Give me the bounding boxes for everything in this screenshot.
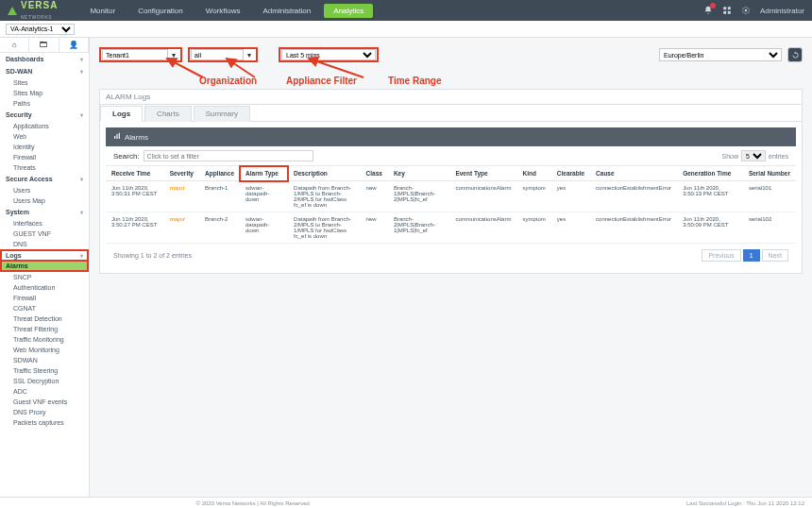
organization-input[interactable]: [102, 49, 168, 60]
sidebar-item-threats[interactable]: Threats: [0, 162, 89, 173]
sidebar-item-guest-vnf[interactable]: GUEST VNF: [0, 229, 89, 239]
sidebar-item-threat-detection[interactable]: Threat Detection: [0, 313, 89, 324]
brand-logo: VERSA NETWORKS: [8, 0, 58, 21]
sidebar-item-sites-map[interactable]: Sites Map: [0, 88, 89, 98]
show-label: Show: [721, 153, 738, 160]
sidebar-item-sncp[interactable]: SNCP: [0, 272, 89, 282]
sidebar-item-users[interactable]: Users: [0, 185, 89, 195]
nav-monitor[interactable]: Monitor: [80, 4, 125, 18]
bar-chart-icon: [113, 132, 121, 142]
sidebar-item-dns-proxy[interactable]: DNS Proxy: [0, 407, 89, 417]
svg-rect-7: [119, 133, 120, 139]
search-row: Search: Show 5 entries: [106, 146, 796, 166]
col-kind[interactable]: Kind: [516, 166, 550, 181]
iconbar-window-icon[interactable]: 🗔: [29, 38, 59, 52]
col-receive-time[interactable]: Receive Time: [106, 166, 164, 181]
nav-administration[interactable]: Administration: [253, 4, 320, 18]
time-range-select[interactable]: Last 5 mins: [281, 49, 376, 60]
gear-icon[interactable]: [741, 6, 751, 15]
time-range-filter[interactable]: Last 5 mins: [279, 47, 379, 62]
analytics-instance-select[interactable]: VA-Analytics-1: [6, 24, 75, 35]
sidebar-item-packets-captures[interactable]: Packets captures: [0, 417, 89, 428]
col-generation-time[interactable]: Generation Time: [677, 166, 743, 181]
tab-charts[interactable]: Charts: [144, 106, 192, 122]
appliance-filter[interactable]: ▾: [188, 47, 258, 62]
grid-icon[interactable]: [722, 6, 732, 15]
page-size-select[interactable]: 5: [741, 150, 766, 161]
sidebar-item-alarms[interactable]: Alarms: [0, 262, 89, 272]
main-area: ▾ ▾ Last 5 mins Europe/Berlin Organizati…: [90, 38, 812, 497]
col-clearable[interactable]: Clearable: [551, 166, 590, 181]
col-event-type[interactable]: Event Type: [449, 166, 516, 181]
col-class[interactable]: Class: [361, 166, 388, 181]
sidebar-item-guest-vnf-events[interactable]: Guest VNF events: [0, 397, 89, 407]
col-severity[interactable]: Severity: [164, 166, 199, 181]
col-cause[interactable]: Cause: [590, 166, 677, 181]
svg-point-4: [745, 9, 748, 12]
tab-logs[interactable]: Logs: [100, 106, 143, 122]
sidebar-item-adc[interactable]: ADC: [0, 386, 89, 397]
sidebar-sdwan[interactable]: SD-WAN▾: [0, 65, 89, 77]
sidebar-item-sdwan-log[interactable]: SDWAN: [0, 355, 89, 365]
col-serial-number[interactable]: Serial Number: [743, 166, 796, 181]
sidebar-item-paths[interactable]: Paths: [0, 98, 89, 109]
sidebar-item-traffic-monitoring[interactable]: Traffic Monitoring: [0, 334, 89, 345]
sidebar-item-users-map[interactable]: Users Map: [0, 195, 89, 206]
col-key[interactable]: Key: [388, 166, 450, 181]
user-label[interactable]: Administrator: [760, 7, 804, 15]
svg-rect-0: [723, 7, 726, 9]
svg-rect-5: [114, 136, 115, 139]
sidebar-item-web[interactable]: Web: [0, 131, 89, 142]
sidebar-secure-access[interactable]: Secure Access▾: [0, 173, 89, 185]
sidebar-item-dns[interactable]: DNS: [0, 239, 89, 249]
pager-previous-button[interactable]: Previous: [702, 249, 740, 262]
sidebar-item-sites[interactable]: Sites: [0, 77, 89, 88]
sidebar-item-interfaces[interactable]: Interfaces: [0, 218, 89, 229]
sidebar-dashboards[interactable]: Dashboards▾: [0, 53, 89, 65]
search-input[interactable]: [144, 150, 313, 161]
sidebar-item-traffic-steering[interactable]: Traffic Steering: [0, 365, 89, 376]
sidebar-item-firewall-log[interactable]: Firewall: [0, 293, 89, 303]
sidebar-system[interactable]: System▾: [0, 206, 89, 218]
sidebar-item-web-monitoring[interactable]: Web Monitoring: [0, 345, 89, 355]
svg-rect-1: [728, 7, 731, 9]
col-appliance[interactable]: Appliance: [199, 166, 240, 181]
card-title: Alarms: [125, 133, 148, 142]
sidebar-item-identity[interactable]: Identity: [0, 142, 89, 152]
brand-name: VERSA: [21, 0, 58, 10]
sidebar-item-ssl-decryption[interactable]: SSL Decryption: [0, 376, 89, 386]
sidebar-item-threat-filtering[interactable]: Threat Filtering: [0, 324, 89, 334]
col-description[interactable]: Description: [288, 166, 361, 181]
entries-summary: Showing 1 to 2 of 2 entries: [113, 252, 192, 259]
sidebar-security[interactable]: Security▾: [0, 109, 89, 121]
table-row[interactable]: Jun 11th 2020, 3:50:27 PM CESTmajorBranc…: [106, 212, 796, 244]
bell-icon[interactable]: [703, 6, 713, 15]
timezone-select[interactable]: Europe/Berlin: [659, 48, 782, 61]
pager-page-1[interactable]: 1: [743, 249, 760, 262]
header-right: Administrator: [703, 6, 804, 15]
chevron-down-icon[interactable]: ▾: [168, 51, 179, 59]
nav-workflows[interactable]: Workflows: [196, 4, 250, 18]
appliance-input[interactable]: [191, 49, 244, 60]
annotation-timerange: Time Range: [388, 76, 442, 86]
sidebar-logs[interactable]: Logs▾: [0, 249, 89, 262]
iconbar-home-icon[interactable]: ⌂: [0, 38, 29, 52]
organization-filter[interactable]: ▾: [99, 47, 182, 62]
search-label: Search:: [113, 152, 140, 161]
pager-next-button[interactable]: Next: [762, 249, 788, 262]
chevron-down-icon[interactable]: ▾: [244, 51, 255, 59]
filter-row: ▾ ▾ Last 5 mins Europe/Berlin: [99, 43, 803, 66]
sidebar-item-cgnat[interactable]: CGNAT: [0, 303, 89, 313]
panel-title: ALARM Logs: [100, 90, 802, 105]
sidebar-item-firewall[interactable]: Firewall: [0, 152, 89, 162]
nav-configuration[interactable]: Configuration: [128, 4, 193, 18]
table-row[interactable]: Jun 11th 2020, 3:50:31 PM CESTmajorBranc…: [106, 181, 796, 212]
iconbar-user-icon[interactable]: 👤: [59, 38, 89, 52]
sidebar-item-applications[interactable]: Applications: [0, 121, 89, 131]
refresh-button[interactable]: [787, 47, 803, 62]
col-alarm-type[interactable]: Alarm Type: [240, 166, 288, 181]
pager: Showing 1 to 2 of 2 entries Previous 1 N…: [106, 244, 796, 267]
tab-summary[interactable]: Summary: [194, 106, 250, 122]
nav-analytics[interactable]: Analytics: [324, 4, 373, 18]
sidebar-item-authentication[interactable]: Authentication: [0, 282, 89, 293]
